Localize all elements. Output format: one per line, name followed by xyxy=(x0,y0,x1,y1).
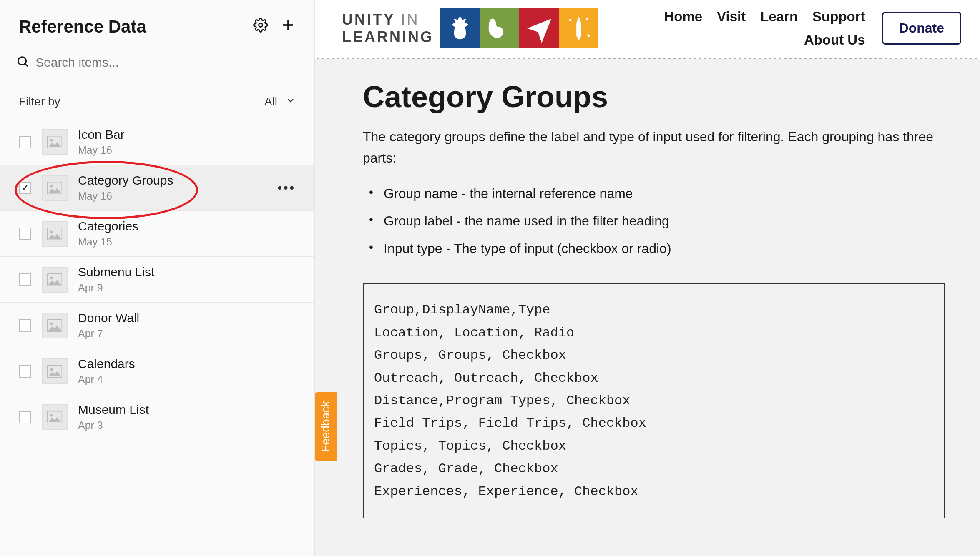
bullet-item: Input type - The type of input (checkbox… xyxy=(384,238,945,258)
donate-button[interactable]: Donate xyxy=(882,12,961,45)
nav-link[interactable]: Learn xyxy=(760,9,798,25)
item-list: Icon BarMay 16Category GroupsMay 16•••Ca… xyxy=(0,119,314,556)
logo-word-in: IN xyxy=(401,11,419,28)
item-title: Category Groups xyxy=(78,173,173,188)
tile-plane-icon xyxy=(519,8,559,48)
nav-links-row1: HomeVisitLearnSupport xyxy=(664,9,865,25)
filter-dropdown[interactable]: All xyxy=(264,95,296,108)
svg-point-18 xyxy=(50,414,53,416)
item-date: May 16 xyxy=(78,144,125,156)
tile-gear-icon xyxy=(440,8,480,48)
nav-link[interactable]: Visit xyxy=(717,9,746,25)
thumbnail-icon xyxy=(42,358,68,384)
thumbnail-icon xyxy=(42,313,68,338)
nav-links-row2: About Us xyxy=(804,32,865,48)
list-item[interactable]: CategoriesMay 15 xyxy=(0,211,314,257)
nav-link[interactable]: About Us xyxy=(804,32,865,48)
sidebar: Reference Data Filter by All Icon BarMay… xyxy=(0,0,315,556)
search-icon xyxy=(17,55,29,70)
svg-point-16 xyxy=(50,368,53,371)
checkbox[interactable] xyxy=(19,411,31,423)
item-title: Submenu List xyxy=(78,265,154,279)
checkbox[interactable] xyxy=(19,136,31,148)
list-item[interactable]: Category GroupsMay 16••• xyxy=(0,165,314,211)
sidebar-header: Reference Data xyxy=(0,8,314,49)
svg-point-20 xyxy=(569,18,571,21)
list-item[interactable]: Museum ListApr 3 xyxy=(0,394,314,440)
thumbnail-icon xyxy=(42,129,68,155)
checkbox[interactable] xyxy=(19,228,31,240)
code-block: Group,DisplayName,Type Location, Locatio… xyxy=(363,283,945,518)
item-date: Apr 9 xyxy=(78,282,154,294)
item-text: Museum ListApr 3 xyxy=(78,403,149,431)
item-text: Category GroupsMay 16 xyxy=(78,173,173,202)
item-date: Apr 7 xyxy=(78,328,139,340)
item-text: Donor WallApr 7 xyxy=(78,311,139,340)
item-title: Categories xyxy=(78,219,138,233)
search-input[interactable] xyxy=(35,55,289,70)
nav-link[interactable]: Home xyxy=(664,9,702,25)
chevron-down-icon xyxy=(286,95,296,108)
item-text: CalendarsApr 4 xyxy=(78,357,135,386)
item-date: May 16 xyxy=(78,190,173,202)
item-title: Donor Wall xyxy=(78,311,139,325)
svg-point-6 xyxy=(50,139,53,141)
sidebar-header-icons xyxy=(253,18,296,36)
item-text: CategoriesMay 15 xyxy=(78,219,138,248)
intro-text: The category groups define the label and… xyxy=(363,126,945,169)
bullet-item: Group name - the internal reference name xyxy=(384,183,945,203)
filter-row[interactable]: Filter by All xyxy=(0,76,314,119)
list-item[interactable]: Submenu ListApr 9 xyxy=(0,257,314,303)
sidebar-title: Reference Data xyxy=(19,17,146,37)
item-date: May 15 xyxy=(78,236,138,248)
svg-point-22 xyxy=(587,34,590,37)
logo-line2: LEARNING xyxy=(342,28,434,46)
logo[interactable]: UNITY IN LEARNING xyxy=(342,8,598,48)
more-icon[interactable]: ••• xyxy=(277,181,296,195)
filter-value-text: All xyxy=(264,95,277,108)
list-item[interactable]: CalendarsApr 4 xyxy=(0,348,314,394)
feedback-tab[interactable]: Feedback xyxy=(315,392,337,461)
gear-icon[interactable] xyxy=(253,18,268,36)
nav-right: HomeVisitLearnSupport About Us xyxy=(664,9,865,48)
checkbox[interactable] xyxy=(19,365,31,378)
search-row[interactable] xyxy=(6,49,308,76)
thumbnail-icon xyxy=(42,221,68,247)
logo-word-unity: UNITY xyxy=(342,11,395,28)
item-title: Museum List xyxy=(78,403,149,417)
item-date: Apr 4 xyxy=(78,373,135,386)
svg-line-4 xyxy=(25,64,28,66)
item-title: Calendars xyxy=(78,357,135,371)
thumbnail-icon xyxy=(42,175,68,201)
checkbox[interactable] xyxy=(19,182,31,194)
svg-point-14 xyxy=(50,322,53,325)
tile-rocket-icon xyxy=(559,8,598,48)
logo-tiles xyxy=(440,8,598,48)
page-title: Category Groups xyxy=(363,80,945,114)
svg-point-12 xyxy=(50,276,53,279)
list-item[interactable]: Donor WallApr 7 xyxy=(0,303,314,348)
main: UNITY IN LEARNING HomeVisitLearnSupport … xyxy=(315,0,980,556)
checkbox[interactable] xyxy=(19,319,31,332)
main-content: Category Groups The category groups defi… xyxy=(315,59,980,556)
list-item[interactable]: Icon BarMay 16 xyxy=(0,119,314,165)
bullet-item: Group label - the name used in the filte… xyxy=(384,211,945,231)
logo-text: UNITY IN LEARNING xyxy=(342,11,434,46)
nav-link[interactable]: Support xyxy=(812,9,865,25)
svg-point-3 xyxy=(18,57,26,65)
logo-line1: UNITY IN xyxy=(342,11,434,28)
thumbnail-icon xyxy=(42,267,68,293)
svg-point-8 xyxy=(50,185,53,187)
tile-lizard-icon xyxy=(480,8,519,48)
item-text: Submenu ListApr 9 xyxy=(78,265,154,294)
thumbnail-icon xyxy=(42,404,68,430)
checkbox[interactable] xyxy=(19,273,31,286)
svg-point-21 xyxy=(586,17,588,20)
svg-point-10 xyxy=(50,230,53,233)
filter-label: Filter by xyxy=(19,95,60,108)
svg-point-0 xyxy=(259,23,263,27)
item-title: Icon Bar xyxy=(78,128,125,142)
plus-icon[interactable] xyxy=(281,18,296,36)
bullet-list: Group name - the internal reference name… xyxy=(363,183,945,258)
topnav: UNITY IN LEARNING HomeVisitLearnSupport … xyxy=(315,0,980,59)
